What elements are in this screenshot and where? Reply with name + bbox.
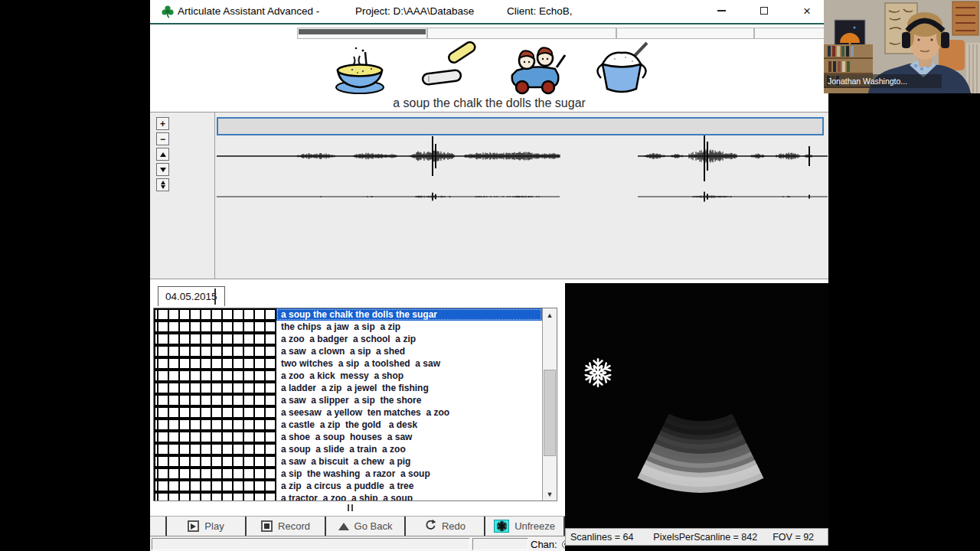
pan-up-button[interactable] (156, 148, 169, 161)
list-item-label: a soup the chalk the dolls the sugar (276, 308, 542, 321)
list-item-label: a seesaw a yellow ten matches a zoo (276, 406, 542, 419)
list-item[interactable]: a zip a circus a puddle a tree (154, 480, 542, 492)
scrollbar-thumb[interactable] (544, 370, 556, 456)
panel-divider (214, 112, 215, 279)
list-item[interactable]: a seesaw a yellow ten matches a zoo (154, 406, 542, 419)
zoom-out-button[interactable]: − (156, 132, 169, 145)
list-item[interactable]: a ladder a zip a jewel the fishing (154, 382, 542, 394)
webcam-overlay: Jonathan Washingto... (824, 0, 980, 93)
recording-list: a soup the chalk the dolls the sugarthe … (154, 308, 542, 500)
zoom-in-label: + (160, 119, 165, 129)
unfreeze-label: Unfreeze (514, 520, 555, 532)
annotation-checkbox[interactable] (264, 492, 276, 500)
annotation-checkbox[interactable] (264, 382, 276, 394)
hidden-tab-3[interactable] (616, 28, 754, 39)
close-button[interactable]: × (794, 0, 820, 21)
close-icon: × (803, 5, 811, 18)
list-item[interactable]: a soup a slide a train a zoo (154, 443, 542, 455)
ultrasound-display (565, 283, 828, 528)
go-back-button[interactable]: Go Back (326, 517, 406, 536)
transport-toolbar: Play Record Go Back Redo Unfreeze (150, 516, 565, 536)
pan-down-button[interactable] (156, 163, 169, 176)
text-cursor (214, 289, 216, 305)
list-item[interactable]: a castle a zip the gold a desk (154, 419, 542, 431)
annotation-checkbox[interactable] (264, 443, 276, 455)
list-item[interactable]: a sip the washing a razor a soup (154, 468, 542, 480)
play-button[interactable]: Play (165, 517, 247, 536)
list-item-label: a zip a circus a puddle a tree (276, 480, 542, 492)
status-panel-2 (472, 538, 528, 550)
annotation-checkbox[interactable] (264, 468, 276, 480)
maximize-button[interactable] (751, 0, 777, 21)
list-item[interactable]: a saw a clown a sip a shed (154, 345, 542, 357)
list-item[interactable]: a tractor a zoo a ship a soup (154, 492, 542, 500)
arrow-down-icon (160, 168, 166, 172)
checkbox-grid (158, 443, 276, 455)
annotation-checkbox[interactable] (264, 455, 276, 468)
hidden-tab-4[interactable] (754, 28, 825, 39)
waveform-plot[interactable] (217, 135, 828, 221)
annotation-checkbox[interactable] (264, 480, 276, 492)
channel-label: Chan: (531, 539, 557, 550)
fit-vertical-button[interactable] (156, 178, 169, 191)
participant-name-label: Jonathan Washingto... (824, 74, 942, 88)
pixels-per-scanline-value: PixelsPerScanline = 842 (653, 532, 757, 543)
selection-region-bar[interactable] (217, 117, 824, 135)
freeze-indicator-icon (582, 357, 614, 389)
checkbox-grid (158, 357, 276, 370)
redo-icon (424, 519, 436, 533)
redo-button[interactable]: Redo (406, 517, 485, 536)
annotation-checkbox[interactable] (264, 345, 276, 357)
checkbox-grid (158, 382, 276, 394)
list-item[interactable]: a soup the chalk the dolls the sugar (154, 308, 542, 321)
unfreeze-button[interactable]: Unfreeze (485, 517, 565, 536)
checkbox-grid (158, 468, 276, 480)
fov-value: FOV = 92 (773, 532, 814, 543)
checkbox-grid (158, 406, 276, 419)
annotation-checkbox[interactable] (264, 406, 276, 419)
redo-label: Redo (442, 520, 466, 532)
list-item[interactable]: a saw a biscuit a chew a pig (154, 455, 542, 468)
minimize-icon (717, 10, 726, 11)
annotation-checkbox[interactable] (264, 308, 276, 321)
splitter-grip[interactable] (348, 504, 353, 511)
ultrasound-fan (565, 283, 828, 528)
checkbox-grid (158, 480, 276, 492)
scanlines-value: Scanlines = 64 (570, 532, 633, 543)
list-item-label: a soup a slide a train a zoo (276, 443, 542, 455)
list-item[interactable]: two witches a sip a toolshed a saw (154, 357, 542, 370)
annotation-checkbox[interactable] (264, 321, 276, 333)
hidden-tab-2[interactable] (427, 28, 616, 39)
titlebar-separator (150, 23, 828, 24)
scroll-up-button[interactable]: ▲ (543, 308, 557, 321)
arrow-up-icon (160, 152, 166, 157)
list-item[interactable]: a zoo a kick messy a shop (154, 370, 542, 382)
list-item-label: a sip the washing a razor a soup (276, 468, 542, 480)
maximize-icon (760, 7, 768, 15)
annotation-checkbox[interactable] (264, 357, 276, 370)
record-button[interactable]: Record (247, 517, 326, 536)
minimize-button[interactable] (708, 0, 734, 21)
title-bar: Articulate Assistant Advanced - Project:… (150, 0, 828, 23)
list-scrollbar[interactable]: ▲ ▼ (542, 308, 557, 500)
annotation-checkbox[interactable] (264, 370, 276, 382)
annotation-checkbox[interactable] (264, 394, 276, 406)
list-item-label: the chips a jaw a sip a zip (276, 321, 542, 333)
ultrasound-status-bar: Scanlines = 64 PixelsPerScanline = 842 F… (565, 528, 828, 546)
hidden-tab-1[interactable] (297, 28, 427, 39)
list-item[interactable]: the chips a jaw a sip a zip (154, 321, 542, 333)
checkbox-grid (158, 321, 276, 333)
annotation-checkbox[interactable] (264, 419, 276, 431)
list-item[interactable]: a shoe a soup houses a saw (154, 431, 542, 443)
checkbox-grid (158, 370, 276, 382)
status-panel-1 (152, 538, 470, 550)
scroll-down-button[interactable]: ▼ (543, 487, 557, 500)
annotation-checkbox[interactable] (264, 333, 276, 345)
checkbox-grid (158, 455, 276, 468)
zoom-in-button[interactable]: + (156, 117, 169, 130)
soup-picture (329, 41, 390, 99)
list-item[interactable]: a zoo a badger a school a zip (154, 333, 542, 345)
list-item[interactable]: a saw a slipper a sip the shore (154, 394, 542, 406)
checkbox-grid (158, 431, 276, 443)
annotation-checkbox[interactable] (264, 431, 276, 443)
